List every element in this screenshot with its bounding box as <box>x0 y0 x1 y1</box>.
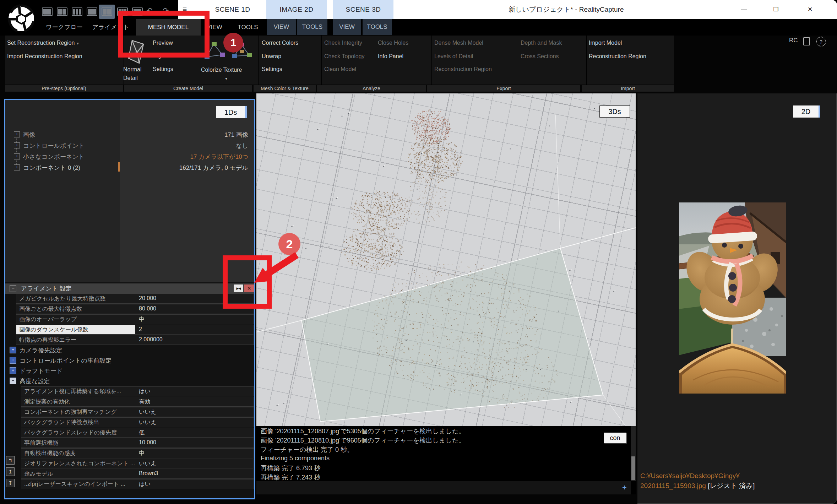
help-icon[interactable]: ? <box>816 37 826 47</box>
settings-row-value[interactable]: 中 <box>135 448 254 458</box>
viewport-3d[interactable] <box>256 93 636 426</box>
tree-row-small-components[interactable]: + 小さなコンポーネント 17 カメラ以下が10つ <box>5 152 254 162</box>
layout-grid-icon[interactable] <box>117 7 128 16</box>
ribbon-tab-tools-3[interactable]: TOOLS <box>363 19 392 35</box>
tab-scene-1d[interactable]: SCENE 1D <box>199 0 266 19</box>
export-reconstruction-region-button[interactable]: Reconstruction Region <box>434 66 492 72</box>
console-scrollbar[interactable] <box>631 426 636 481</box>
layout-main-left-icon[interactable] <box>102 7 112 16</box>
layout-split-icon[interactable] <box>72 7 82 16</box>
preview-button[interactable]: Preview <box>153 40 173 46</box>
settings-row[interactable]: アライメント後に再構築する領域を...はい <box>5 386 254 397</box>
settings-row[interactable]: 歪みモデルBrown3 <box>5 469 254 479</box>
dense-mesh-model-button[interactable]: Dense Mesh Model <box>434 40 483 46</box>
layout-wide-icon[interactable] <box>132 7 143 16</box>
ribbon-tab-alignment[interactable]: アライメント <box>92 19 130 36</box>
close-holes-button[interactable]: Close Holes <box>378 40 408 46</box>
maximize-button[interactable]: ❒ <box>768 0 784 19</box>
check-topology-button[interactable]: Check Topology <box>324 53 365 60</box>
console-badge[interactable]: con <box>604 433 626 443</box>
close-button[interactable]: ✕ <box>802 0 818 19</box>
ribbon-tab-tools-2[interactable]: TOOLS <box>297 19 327 35</box>
settings-group-collapsed[interactable]: +ドラフトモード <box>5 366 254 376</box>
ribbon-tab-view-1[interactable]: VIEW <box>203 19 226 36</box>
settings-row[interactable]: バックグラウンド特徴点検出いいえ <box>5 417 254 428</box>
settings-row-value[interactable]: 2.000000 <box>135 335 254 345</box>
dock-panel-icon[interactable]: ▶◀ <box>234 284 243 292</box>
normal-detail-icon[interactable] <box>125 38 148 66</box>
history-back-button[interactable]: ↰ <box>6 456 15 465</box>
panel-2d[interactable]: 2D <box>637 93 837 504</box>
add-console-tab-icon[interactable]: + <box>622 483 627 492</box>
view-badge-2d[interactable]: 2D <box>793 105 820 118</box>
view-badge-1ds[interactable]: 1Ds <box>216 106 247 118</box>
settings-row-value[interactable]: はい <box>135 386 254 396</box>
console-panel[interactable]: 画像 '20201115_120807.jpg'で5305個のフィーチャーを検出… <box>256 426 636 494</box>
settings-row[interactable]: 画像のダウンスケール係数2 <box>5 325 254 335</box>
settings-row[interactable]: コンポーネントの強制再マッチングいいえ <box>5 407 254 417</box>
settings-row-value[interactable]: Brown3 <box>135 469 254 479</box>
layout-single-icon[interactable] <box>42 7 53 16</box>
menu-icon[interactable]: ≡ <box>183 5 187 13</box>
realitycapture-logo-icon[interactable] <box>7 4 36 33</box>
clean-model-button[interactable]: Clean Model <box>324 66 356 72</box>
high-detail-button[interactable]: High Detail <box>153 53 180 59</box>
import-reconstruction-region-button-2[interactable]: Reconstruction Region <box>589 53 646 60</box>
settings-row-value[interactable]: 10 000 <box>135 438 254 448</box>
set-reconstruction-region-button[interactable]: Set Reconstruction Region▾ <box>7 40 79 46</box>
import-model-button[interactable]: Import Model <box>589 40 622 46</box>
view-badge-3ds[interactable]: 3Ds <box>599 105 630 118</box>
normal-detail-button[interactable]: Normal Detail <box>123 65 150 82</box>
settings-row-value[interactable]: はい <box>135 479 254 489</box>
tab-image-2d[interactable]: IMAGE 2D <box>266 0 327 19</box>
import-settings-button[interactable]: ↧ <box>6 479 15 487</box>
info-panel-button[interactable]: Info Panel <box>378 53 403 60</box>
ribbon-tab-mesh-model[interactable]: MESH MODEL <box>136 19 201 36</box>
console-scrollbar-thumb[interactable] <box>631 456 635 480</box>
settings-row-value[interactable]: 20 000 <box>135 294 254 304</box>
settings-row-value[interactable]: 中 <box>135 314 254 324</box>
tree-row-control-points[interactable]: + コントロールポイント なし <box>5 141 254 151</box>
colorize-texture-icon[interactable] <box>202 39 255 65</box>
tree-row-components[interactable]: + コンポーネント 0 (2) 162/171 カメラ, 0 モデル <box>5 163 254 173</box>
photo-2d-view[interactable] <box>679 202 786 394</box>
expand-icon[interactable]: + <box>14 153 20 159</box>
expand-icon[interactable]: + <box>10 367 16 374</box>
expand-icon[interactable]: + <box>10 357 16 364</box>
ribbon-tab-tools-1[interactable]: TOOLS <box>234 19 261 36</box>
cross-sections-button[interactable]: Cross Sections <box>521 53 559 60</box>
settings-row[interactable]: 画像ごとの最大特徴点数80 000 <box>5 304 254 314</box>
expand-icon[interactable]: + <box>14 164 20 170</box>
settings-row[interactable]: メガピクセルあたり最大特徴点数20 000 <box>5 294 254 304</box>
settings-row[interactable]: ジオリファレンスされたコンポーネント ...いいえ <box>5 459 254 469</box>
settings-row[interactable]: 特徴点の再投影エラー2.000000 <box>5 335 254 345</box>
settings-row-value[interactable]: 80 000 <box>135 304 254 314</box>
settings-header[interactable]: − アライメント 設定 ▶◀ ✕ <box>5 283 254 294</box>
tree-row-images[interactable]: + 画像 171 画像 <box>5 130 254 140</box>
ribbon-tab-view-3[interactable]: VIEW <box>333 19 361 35</box>
settings-row[interactable]: 測定提案の有効化有効 <box>5 397 254 407</box>
create-settings-button[interactable]: Settings <box>153 66 173 72</box>
settings-group-expanded[interactable]: −高度な設定 <box>5 376 254 386</box>
settings-row-value[interactable]: いいえ <box>135 459 254 468</box>
tab-scene-3d[interactable]: SCENE 3D <box>333 0 393 19</box>
check-integrity-button[interactable]: Check Integrity <box>324 40 362 46</box>
export-settings-button[interactable]: ↥ <box>6 467 15 476</box>
settings-group-collapsed[interactable]: +コントロールポイントの事前設定 <box>5 356 254 366</box>
ribbon-tab-workflow[interactable]: ワークフロー <box>44 19 84 36</box>
layout-rows-icon[interactable] <box>87 7 97 16</box>
settings-row-value[interactable]: 低 <box>135 428 254 438</box>
settings-group-collapsed[interactable]: +カメラ優先設定 <box>5 345 254 356</box>
levels-of-detail-button[interactable]: Levels of Detail <box>434 53 473 60</box>
settings-row-value[interactable]: 2 <box>135 325 254 335</box>
settings-row-value[interactable]: いいえ <box>135 407 254 417</box>
settings-row[interactable]: 事前選択機能10 000 <box>5 438 254 448</box>
console-input-row[interactable] <box>256 481 631 494</box>
document-icon[interactable] <box>803 37 810 45</box>
layout-columns-icon[interactable] <box>57 7 67 16</box>
colorize-texture-caret-icon[interactable]: ▾ <box>225 76 227 81</box>
settings-row[interactable]: バックグラウンドスレッドの優先度低 <box>5 428 254 438</box>
depth-and-mask-button[interactable]: Depth and Mask <box>521 40 562 46</box>
expand-icon[interactable]: + <box>14 142 20 148</box>
correct-colors-button[interactable]: Correct Colors <box>262 40 298 46</box>
